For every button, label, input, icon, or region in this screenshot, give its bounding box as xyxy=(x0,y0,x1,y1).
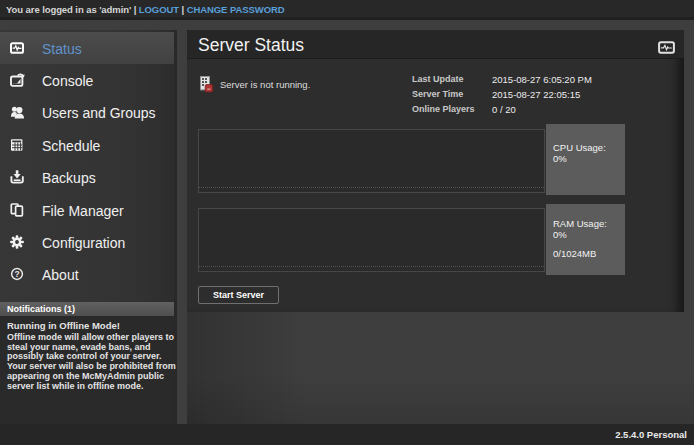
svg-text:?: ? xyxy=(14,269,19,279)
